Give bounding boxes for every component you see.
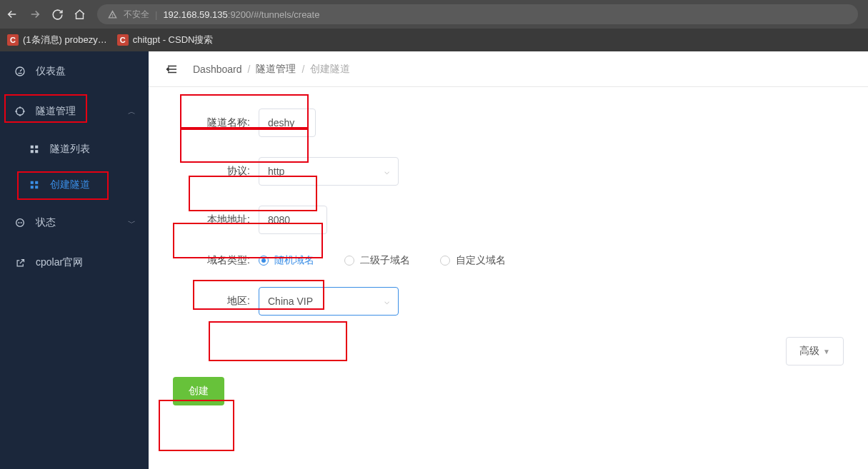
- sidebar-item-official[interactable]: cpolar官网: [0, 243, 149, 283]
- sidebar-item-label: 隧道列表: [50, 143, 90, 156]
- url-port: :9200: [228, 9, 251, 20]
- insecure-icon: [107, 9, 118, 20]
- sidebar-item-label: 隧道管理: [36, 105, 76, 118]
- svg-rect-4: [31, 150, 34, 153]
- home-button[interactable]: [74, 9, 86, 21]
- bookmark-favicon: C: [7, 34, 19, 46]
- breadcrumb-item[interactable]: 隧道管理: [256, 63, 296, 76]
- grid-icon: [29, 180, 40, 190]
- sidebar-item-label: 仪表盘: [36, 65, 66, 78]
- advanced-button[interactable]: 高级 ▼: [786, 337, 844, 365]
- highlight-box: [209, 321, 347, 361]
- local-address-input[interactable]: [259, 206, 327, 234]
- bookmark-label: (1条消息) probezy…: [23, 34, 107, 46]
- back-button[interactable]: [6, 8, 19, 21]
- address-bar[interactable]: 不安全 | 192.168.59.135:9200/#/tunnels/crea…: [97, 4, 858, 24]
- sidebar-item-label: cpolar官网: [36, 256, 83, 269]
- domain-type-label: 域名类型:: [173, 254, 259, 267]
- main-content: Dashboard / 隧道管理 / 创建隧道 隧道名称: 协议: http ⌵: [149, 51, 868, 469]
- region-label: 地区:: [173, 295, 259, 308]
- bookmark-label: chitgpt - CSDN搜索: [133, 34, 214, 46]
- sidebar-item-tunnel-create[interactable]: 创建隧道: [0, 167, 149, 203]
- bookmark-item[interactable]: C chitgpt - CSDN搜索: [117, 34, 214, 46]
- svg-rect-2: [31, 146, 34, 148]
- sidebar-toggle-icon[interactable]: [166, 64, 179, 75]
- url-host: 192.168.59.135: [163, 9, 227, 20]
- radio-sub-domain[interactable]: 二级子域名: [344, 254, 410, 267]
- browser-toolbar: 不安全 | 192.168.59.135:9200/#/tunnels/crea…: [0, 0, 868, 29]
- radio-icon: [440, 256, 450, 266]
- sidebar-item-label: 状态: [36, 216, 56, 229]
- external-link-icon: [14, 258, 26, 268]
- local-address-label: 本地地址:: [173, 213, 259, 226]
- protocol-label: 协议:: [173, 165, 259, 178]
- breadcrumb-bar: Dashboard / 隧道管理 / 创建隧道: [149, 51, 868, 87]
- radio-icon: [259, 256, 269, 266]
- svg-rect-8: [31, 186, 34, 188]
- sidebar: 仪表盘 隧道管理 ︿ 隧道列表 创建隧道 状态 ﹀: [0, 51, 149, 469]
- radio-custom-domain[interactable]: 自定义域名: [440, 254, 506, 267]
- tunnel-name-label: 隧道名称:: [173, 116, 259, 129]
- sidebar-item-dashboard[interactable]: 仪表盘: [0, 51, 149, 91]
- radio-label: 随机域名: [274, 254, 314, 267]
- create-button[interactable]: 创建: [173, 377, 224, 405]
- breadcrumb: Dashboard / 隧道管理 / 创建隧道: [193, 63, 350, 76]
- reload-button[interactable]: [51, 9, 64, 21]
- svg-point-1: [16, 108, 24, 116]
- svg-rect-3: [35, 146, 38, 148]
- breadcrumb-current: 创建隧道: [310, 63, 350, 76]
- chevron-down-icon: ﹀: [128, 218, 136, 228]
- svg-rect-9: [35, 186, 38, 188]
- bookmark-item[interactable]: C (1条消息) probezy…: [7, 34, 107, 46]
- security-label: 不安全: [124, 9, 149, 21]
- gauge-icon: [14, 66, 26, 77]
- bookmark-bar: C (1条消息) probezy… C chitgpt - CSDN搜索: [0, 29, 868, 51]
- chevron-down-icon: ⌵: [384, 296, 389, 306]
- radio-random-domain[interactable]: 随机域名: [259, 254, 314, 267]
- svg-rect-5: [35, 150, 38, 153]
- svg-rect-7: [35, 181, 38, 184]
- forward-button[interactable]: [29, 8, 41, 21]
- sidebar-item-status[interactable]: 状态 ﹀: [0, 203, 149, 243]
- region-select[interactable]: China VIP ⌵: [259, 287, 399, 316]
- tunnel-name-input[interactable]: [259, 109, 316, 137]
- url-path: /#/tunnels/create: [251, 9, 319, 20]
- breadcrumb-item[interactable]: Dashboard: [193, 64, 242, 75]
- sidebar-item-tunnels[interactable]: 隧道管理 ︿: [0, 91, 149, 131]
- chevron-up-icon: ︿: [128, 106, 136, 117]
- svg-rect-6: [31, 181, 34, 184]
- sidebar-item-label: 创建隧道: [50, 178, 90, 191]
- svg-point-10: [16, 219, 24, 227]
- highlight-box: [159, 400, 234, 451]
- caret-down-icon: ▼: [823, 348, 830, 355]
- advanced-label: 高级: [799, 345, 819, 358]
- grid-icon: [29, 144, 40, 154]
- radio-label: 二级子域名: [360, 254, 410, 267]
- protocol-value: http: [268, 166, 284, 177]
- circle-icon: [14, 217, 26, 228]
- chevron-down-icon: ⌵: [384, 166, 389, 176]
- bookmark-favicon: C: [117, 34, 129, 46]
- crosshair-icon: [14, 106, 26, 117]
- protocol-select[interactable]: http ⌵: [259, 157, 399, 186]
- radio-icon: [344, 256, 354, 266]
- region-value: China VIP: [268, 296, 313, 307]
- radio-label: 自定义域名: [456, 254, 506, 267]
- sidebar-item-tunnel-list[interactable]: 隧道列表: [0, 131, 149, 167]
